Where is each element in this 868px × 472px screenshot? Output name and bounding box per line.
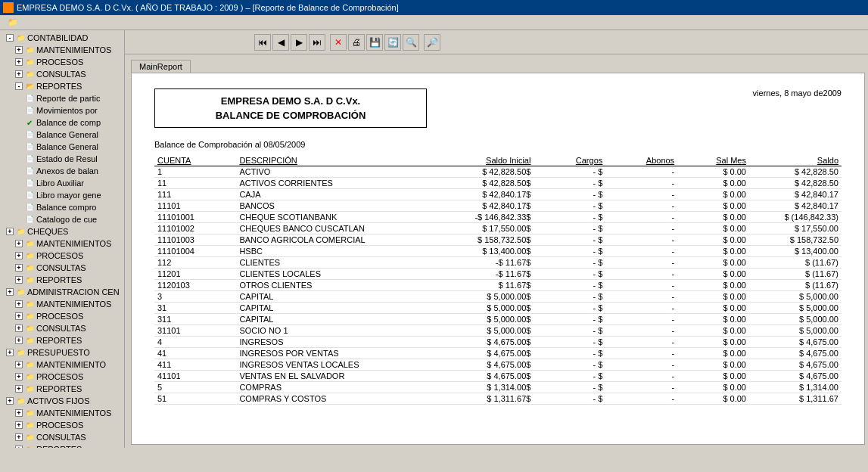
- folder-icon: 📁: [24, 275, 35, 285]
- doc-icon: 📄: [24, 141, 35, 152]
- sidebar-item-cheques[interactable]: + 📁 CHEQUES: [0, 225, 124, 238]
- expand-icon-mant2[interactable]: +: [15, 240, 23, 247]
- cell-abonos: -: [605, 189, 677, 200]
- cell-sal-mes: $ 0.00: [677, 234, 749, 246]
- nav-prev-button[interactable]: ◀: [272, 34, 289, 51]
- sidebar-item-rep-libromay[interactable]: 📄 Libro mayor gene: [0, 189, 124, 201]
- cell-sal-mes: $ 0.00: [677, 178, 749, 189]
- expand-icon-proc1[interactable]: +: [15, 58, 23, 66]
- sidebar-item-rep1[interactable]: - 📂 REPORTES: [0, 80, 124, 92]
- sidebar-item-proc2[interactable]: + 📁 PROCESOS: [0, 250, 124, 262]
- expand-icon-actfijos[interactable]: +: [6, 397, 14, 405]
- folder-icon: 📁: [15, 33, 26, 43]
- sidebar-label-rep-catalogo: Catalogo de cue: [36, 215, 97, 224]
- cell-desc: CHEQUE SCOTIANBANK: [236, 212, 441, 223]
- sidebar-item-rep-mov[interactable]: 📄 Movimientos por: [0, 104, 124, 116]
- zoom-button[interactable]: 🔍: [403, 34, 419, 51]
- nav-next-button[interactable]: ▶: [291, 34, 307, 51]
- expand-icon-cheques[interactable]: +: [6, 228, 14, 235]
- sidebar-item-rep-balcompx[interactable]: 📄 Balance compro: [0, 201, 124, 213]
- search-button[interactable]: 🔎: [424, 34, 440, 51]
- print-button[interactable]: 🖨: [348, 34, 365, 51]
- expand-icon-rep1[interactable]: -: [15, 82, 23, 90]
- sidebar-item-rep5[interactable]: + 📁 REPORTES: [0, 443, 124, 448]
- expand-icon-rep4[interactable]: +: [15, 385, 23, 393]
- table-row: 51 COMPRAS Y COSTOS $ 1,311.67$ - $ - $ …: [154, 393, 842, 405]
- expand-icon-proc4[interactable]: +: [15, 373, 23, 380]
- expand-icon-mant4[interactable]: +: [15, 361, 23, 368]
- sidebar-item-cons3[interactable]: + 📁 CONSULTAS: [0, 322, 124, 334]
- cell-saldo-ini: $ 42,840.17$: [441, 189, 534, 200]
- sidebar-item-mant5[interactable]: + 📁 MANTENIMIENTOS: [0, 407, 124, 419]
- folder-icon: 📁: [24, 57, 35, 67]
- sidebar-item-cons2[interactable]: + 📁 CONSULTAS: [0, 262, 124, 274]
- cell-cuenta: 4: [154, 337, 236, 348]
- export-button[interactable]: 💾: [366, 34, 383, 51]
- sidebar-item-mant2[interactable]: + 📁 MANTENIMIENTOS: [0, 238, 124, 250]
- check-icon: ✔: [24, 117, 35, 128]
- sidebar-label-cons3: CONSULTAS: [36, 324, 86, 333]
- cell-sal-mes: $ 0.00: [677, 166, 749, 178]
- sidebar-item-rep-balgen2[interactable]: 📄 Balance General: [0, 141, 124, 153]
- sidebar-item-rep3[interactable]: + 📁 REPORTES: [0, 334, 124, 346]
- expand-icon-mant1[interactable]: +: [15, 46, 23, 54]
- expand-icon-proc2[interactable]: +: [15, 252, 23, 259]
- sidebar-item-rep-balgen1[interactable]: 📄 Balance General: [0, 129, 124, 141]
- expand-icon-mant3[interactable]: +: [15, 300, 23, 308]
- sidebar-label-rep2: REPORTES: [36, 275, 82, 284]
- sidebar-item-rep4[interactable]: + 📁 REPORTES: [0, 383, 124, 395]
- sidebar-item-actfijos[interactable]: + 📁 ACTIVOS FIJOS: [0, 395, 124, 407]
- expand-icon-presupuesto[interactable]: +: [6, 349, 14, 356]
- sidebar-item-rep-balcomp[interactable]: ✔ Balance de comp: [0, 116, 124, 129]
- expand-icon-admcen[interactable]: +: [6, 288, 14, 296]
- table-row: 112 CLIENTES -$ 11.67$ - $ - $ 0.00 $ (1…: [154, 257, 842, 269]
- expand-icon-proc3[interactable]: +: [15, 312, 23, 320]
- nav-first-button[interactable]: ⏮: [254, 34, 271, 51]
- cell-cuenta: 111: [154, 189, 236, 200]
- nav-last-button[interactable]: ⏭: [309, 34, 325, 51]
- cell-cargos: - $: [534, 291, 605, 303]
- sidebar-item-cons5[interactable]: + 📁 CONSULTAS: [0, 431, 124, 443]
- sidebar-item-rep-libroaux[interactable]: 📄 Libro Auxiliar: [0, 177, 124, 189]
- expand-icon-rep2[interactable]: +: [15, 276, 23, 284]
- expand-icon-rep5[interactable]: +: [15, 446, 23, 448]
- expand-icon-cons2[interactable]: +: [15, 264, 23, 272]
- sidebar-item-proc4[interactable]: + 📁 PROCESOS: [0, 371, 124, 383]
- sidebar-item-proc1[interactable]: + 📁 PROCESOS: [0, 56, 124, 68]
- table-row: 111 CAJA $ 42,840.17$ - $ - $ 0.00 $ 42,…: [154, 189, 842, 200]
- cell-cuenta: 31101: [154, 325, 236, 337]
- sidebar-item-proc5[interactable]: + 📁 PROCESOS: [0, 419, 124, 431]
- main-report-tab[interactable]: MainReport: [131, 60, 191, 73]
- sidebar-item-rep-catalogo[interactable]: 📄 Catalogo de cue: [0, 213, 124, 225]
- folder-icon: 📁: [24, 262, 35, 273]
- expand-icon-contabilidad[interactable]: -: [6, 34, 14, 42]
- sidebar-item-rep2[interactable]: + 📁 REPORTES: [0, 274, 124, 286]
- sidebar-item-admcen[interactable]: + 📁 ADMINISTRACION CEN: [0, 286, 124, 298]
- folder-icon: 📁: [24, 432, 35, 442]
- stop-button[interactable]: ✕: [330, 34, 347, 51]
- expand-icon-proc5[interactable]: +: [15, 421, 23, 429]
- sidebar-item-mant1[interactable]: + 📁 MANTENIMIENTOS: [0, 44, 124, 56]
- sidebar-item-rep-anexos[interactable]: 📄 Anexos de balan: [0, 165, 124, 177]
- sidebar-item-presupuesto[interactable]: + 📁 PRESUPUESTO: [0, 346, 124, 359]
- refresh-button[interactable]: 🔄: [384, 34, 401, 51]
- sidebar-item-mant4[interactable]: + 📁 MANTENIMIENTO: [0, 359, 124, 371]
- cell-saldo: $ 42,840.17: [749, 189, 842, 200]
- expand-icon-cons1[interactable]: +: [15, 70, 23, 78]
- sidebar-item-rep-partic[interactable]: 📄 Reporte de partic: [0, 92, 124, 104]
- expand-icon-cons3[interactable]: +: [15, 324, 23, 332]
- cell-abonos: -: [605, 303, 677, 314]
- expand-icon-rep3[interactable]: +: [15, 337, 23, 344]
- expand-icon-mant5[interactable]: +: [15, 409, 23, 417]
- menu-item[interactable]: 📁: [3, 17, 23, 27]
- cell-saldo-ini: $ 4,675.00$: [441, 359, 534, 371]
- sidebar-item-proc3[interactable]: + 📁 PROCESOS: [0, 310, 124, 322]
- sidebar-item-contabilidad[interactable]: - 📁 CONTABILIDAD: [0, 32, 124, 44]
- sidebar-item-cons1[interactable]: + 📁 CONSULTAS: [0, 68, 124, 80]
- sidebar-item-mant3[interactable]: + 📁 MANTENIMIENTOS: [0, 298, 124, 310]
- expand-icon-cons5[interactable]: +: [15, 433, 23, 441]
- sidebar-label-mant3: MANTENIMIENTOS: [36, 300, 111, 309]
- sidebar-item-rep-estado[interactable]: 📄 Estado de Resul: [0, 153, 124, 165]
- cell-desc: CAPITAL: [236, 303, 441, 314]
- folder-icon: 📁: [15, 226, 26, 237]
